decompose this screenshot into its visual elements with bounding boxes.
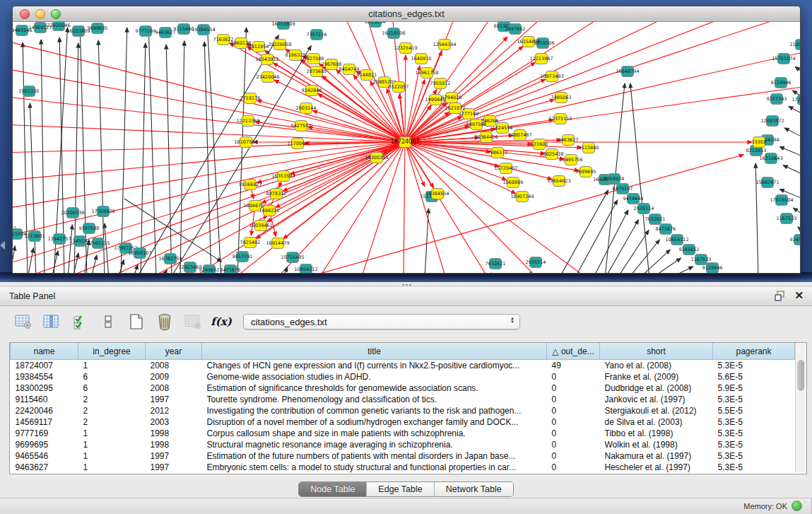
table-cell[interactable]: 5.6E-5 xyxy=(713,371,795,382)
column-header-in_degree[interactable]: in_degree xyxy=(78,343,146,360)
table-cell[interactable]: Genome-wide association studies in ADHD. xyxy=(202,371,547,382)
table-cell[interactable]: 5.3E-5 xyxy=(713,462,795,473)
table-cell[interactable]: Embryonic stem cells: a model to study s… xyxy=(202,462,547,473)
table-cell[interactable]: 5.3E-5 xyxy=(713,360,795,372)
table-cell[interactable]: 22420046 xyxy=(11,405,78,416)
close-panel-icon[interactable]: ✕ xyxy=(794,290,804,301)
column-header-pagerank[interactable]: pagerank xyxy=(713,343,795,360)
graph-edge[interactable] xyxy=(312,110,405,142)
graph-edge[interactable] xyxy=(13,142,405,181)
panel-collapse-arrow-icon[interactable] xyxy=(0,241,5,250)
table-cell[interactable]: Disruption of a novel member of a sodium… xyxy=(202,416,547,428)
graph-edge[interactable] xyxy=(795,66,800,80)
table-cell[interactable]: 6 xyxy=(78,382,146,394)
table-row[interactable]: 977716911998Corpus callosum shape and si… xyxy=(11,428,795,439)
graph-edge[interactable] xyxy=(257,100,405,142)
memory-status-indicator[interactable] xyxy=(792,501,802,511)
graph-edge[interactable] xyxy=(669,267,693,273)
graph-edge[interactable] xyxy=(267,142,405,222)
table-cell[interactable]: 2 xyxy=(78,394,146,405)
table-cell[interactable]: 18300295 xyxy=(11,382,78,394)
graph-edge[interactable] xyxy=(575,200,618,273)
table-row[interactable]: 1456911722003Disruption of a novel membe… xyxy=(11,416,795,428)
resize-grip-icon[interactable] xyxy=(401,284,411,286)
table-cell[interactable]: Stergiakouli et al. (2012) xyxy=(600,405,713,416)
window-title-bar[interactable]: citations_edges.txt xyxy=(13,6,800,22)
table-cell[interactable]: Changes of HCN gene expression and I(f) … xyxy=(202,360,547,372)
graph-edge[interactable] xyxy=(404,142,405,273)
table-cell[interactable]: 14569117 xyxy=(11,416,78,428)
table-cell[interactable]: 2008 xyxy=(146,382,202,394)
graph-edge[interactable] xyxy=(527,272,531,273)
column-header-out_de[interactable]: △ out_de... xyxy=(547,343,600,360)
delete-table-icon[interactable] xyxy=(184,313,202,331)
table-cell[interactable]: 1 xyxy=(78,428,146,439)
table-cell[interactable]: 49 xyxy=(547,360,600,372)
float-panel-icon[interactable] xyxy=(775,291,786,301)
table-cell[interactable]: 0 xyxy=(547,416,600,428)
column-visibility-icon[interactable] xyxy=(42,313,61,331)
table-cell[interactable]: 2012 xyxy=(146,405,202,416)
table-cell[interactable]: Wolkin et al. (1998) xyxy=(600,439,713,450)
graph-edge[interactable] xyxy=(593,210,628,273)
graph-edge[interactable] xyxy=(148,28,156,273)
table-cell[interactable]: 1998 xyxy=(146,439,202,450)
graph-edge[interactable] xyxy=(121,28,127,273)
graph-edge[interactable] xyxy=(207,28,221,273)
table-cell[interactable]: Yano et al. (2008) xyxy=(600,360,713,372)
table-cell[interactable]: 1 xyxy=(78,439,146,450)
table-cell[interactable]: 9699695 xyxy=(11,439,78,450)
graph-edge[interactable] xyxy=(68,225,72,273)
graph-edge[interactable] xyxy=(91,255,97,273)
table-cell[interactable]: 0 xyxy=(547,439,600,450)
graph-edge[interactable] xyxy=(30,103,36,273)
table-cell[interactable]: Estimation of significance thresholds fo… xyxy=(202,382,547,394)
graph-edge[interactable] xyxy=(13,246,15,273)
table-cell[interactable]: 1998 xyxy=(146,428,202,439)
table-cell[interactable]: 0 xyxy=(547,450,600,462)
table-cell[interactable]: 5.5E-5 xyxy=(713,405,795,416)
table-options-icon[interactable] xyxy=(14,313,33,331)
table-cell[interactable]: 0 xyxy=(547,371,600,382)
table-cell[interactable]: 5.3E-5 xyxy=(713,416,795,428)
table-cell[interactable]: 2003 xyxy=(146,416,202,428)
graph-edge[interactable] xyxy=(617,230,649,273)
table-row[interactable]: 1830029562008Estimation of significance … xyxy=(11,382,795,394)
table-cell[interactable]: Jankovic et al. (1997) xyxy=(600,394,713,405)
table-cell[interactable]: Hescheler et al. (1997) xyxy=(600,462,713,473)
tab-edge-table[interactable]: Edge Table xyxy=(366,482,433,496)
table-cell[interactable]: 2 xyxy=(78,416,146,428)
graph-edge[interactable] xyxy=(318,94,405,142)
tab-node-table[interactable]: Node Table xyxy=(299,482,366,496)
table-cell[interactable]: Dudbridge et al. (2008) xyxy=(600,382,713,394)
table-cell[interactable]: 6 xyxy=(78,371,146,382)
tab-network-table[interactable]: Network Table xyxy=(434,482,513,496)
table-cell[interactable]: 0 xyxy=(547,394,600,405)
table-cell[interactable]: 2008 xyxy=(146,360,202,372)
table-row[interactable]: 946554611997Estimation of the future num… xyxy=(11,450,795,462)
table-cell[interactable]: 19384554 xyxy=(11,371,78,382)
table-cell[interactable]: Tibbo et al. (1998) xyxy=(600,428,713,439)
table-cell[interactable]: 0 xyxy=(547,405,600,416)
table-row[interactable]: 1872400712008Changes of HCN gene express… xyxy=(11,360,795,372)
selection-mode-icon[interactable] xyxy=(99,313,117,331)
table-cell[interactable]: 0 xyxy=(547,428,600,439)
table-cell[interactable]: 5.3E-5 xyxy=(713,439,795,450)
graph-edge[interactable] xyxy=(405,55,406,142)
column-header-name[interactable]: name xyxy=(11,343,78,360)
graph-edge[interactable] xyxy=(789,106,800,119)
graph-edge[interactable] xyxy=(73,253,78,273)
table-row[interactable]: 911546021997Tourette syndrome. Phenomeno… xyxy=(11,394,795,405)
graph-edge[interactable] xyxy=(170,46,311,273)
graph-edge[interactable] xyxy=(425,209,429,273)
panel-resize-divider[interactable] xyxy=(0,282,812,287)
graph-edge[interactable] xyxy=(166,45,172,273)
graph-edge[interactable] xyxy=(639,250,670,273)
table-cell[interactable]: 5.9E-5 xyxy=(713,382,795,394)
table-cell[interactable]: 0 xyxy=(547,382,600,394)
table-cell[interactable]: 18724007 xyxy=(11,360,78,372)
graph-edge[interactable] xyxy=(405,22,771,142)
graph-edge[interactable] xyxy=(237,28,247,273)
table-cell[interactable]: Franke et al. (2009) xyxy=(600,371,713,382)
table-cell[interactable]: 1997 xyxy=(146,462,202,473)
